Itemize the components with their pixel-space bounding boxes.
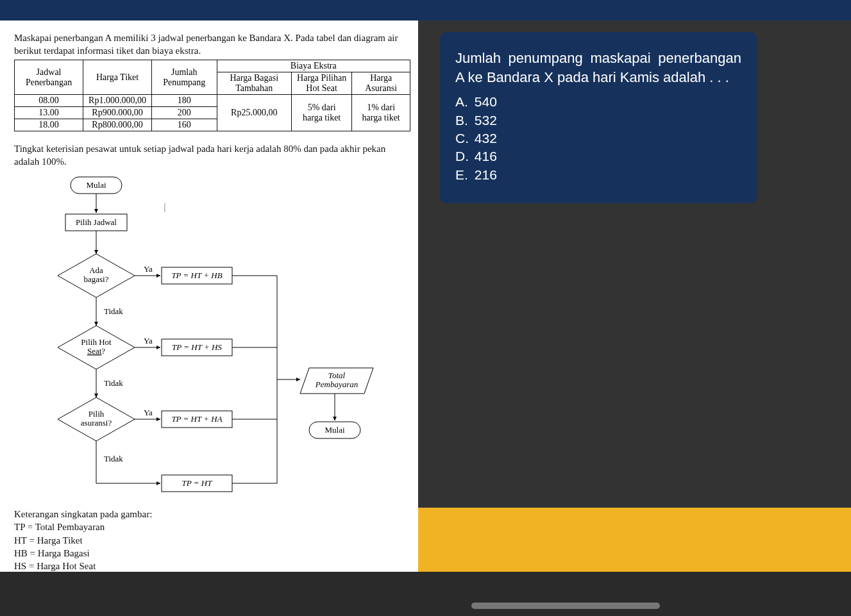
cell-jumlah-0: 180 — [151, 95, 217, 107]
fc-seat-q: Seat? — [87, 346, 105, 356]
th-harga: Harga Tiket — [83, 60, 152, 95]
fc-ya-2: Ya — [144, 336, 153, 345]
th-biaya-ekstra: Biaya Ekstra — [217, 60, 410, 72]
fc-ada: Ada — [89, 265, 103, 275]
keterangan-line-1: HT = Harga Tiket — [14, 534, 407, 547]
cell-jadwal-1: 13.00 — [15, 107, 83, 119]
keterangan-line-3: HS = Harga Hot Seat — [14, 560, 407, 572]
fc-tp-ht: TP = HT — [182, 478, 213, 488]
fc-tidak-1: Tidak — [104, 306, 123, 316]
yellow-band — [418, 508, 851, 572]
option-c[interactable]: C. 432 — [455, 129, 741, 147]
fc-mulai-2: Mulai — [324, 425, 344, 435]
flowchart: Mulai Pilih Jadwal Ada bagasi? Ya TP = H… — [14, 172, 405, 505]
cell-jumlah-1: 200 — [151, 107, 217, 119]
th-bagasi: Harga Bagasi Tambahan — [217, 72, 291, 95]
fc-total-1: Total — [328, 370, 346, 380]
option-a[interactable]: A. 540 — [455, 93, 741, 111]
cell-harga-2: Rp800.000,00 — [83, 119, 152, 131]
fc-asuransi-q: asuransi? — [81, 418, 112, 428]
fc-tp-ha: TP = HT + HA — [171, 414, 222, 424]
occupancy-text: Tingkat keterisian pesawat untuk setiap … — [14, 143, 407, 168]
stage: Maskapai penerbangan A memiliki 3 jadwal… — [0, 21, 851, 616]
keterangan-title: Keterangan singkatan pada gambar: — [14, 508, 407, 520]
fare-table: Jadwal Penerbangan Harga Tiket Jumlah Pe… — [14, 60, 410, 131]
keterangan-line-2: HB = Harga Bagasi — [14, 547, 407, 560]
fc-ya-1: Ya — [144, 264, 153, 274]
fc-pilih-jadwal: Pilih Jadwal — [76, 217, 117, 227]
fc-tp-hs: TP = HT + HS — [172, 342, 222, 352]
option-b[interactable]: B. 532 — [455, 112, 741, 129]
bottom-strip — [0, 572, 851, 616]
fc-ya-3: Ya — [144, 408, 153, 417]
fc-total-2: Pembayaran — [315, 379, 358, 389]
option-d[interactable]: D. 416 — [455, 147, 741, 165]
top-bar — [0, 0, 851, 21]
fc-tidak-2: Tidak — [104, 378, 123, 388]
fc-pilih: Pilih — [88, 409, 105, 419]
fc-mulai: Mulai — [86, 180, 106, 190]
cell-jadwal-0: 08.00 — [15, 95, 83, 107]
th-jadwal: Jadwal Penerbangan — [15, 60, 83, 95]
th-jumlah: Jumlah Penumpang — [151, 60, 217, 95]
fc-pilih-hot: Pilih Hot — [81, 337, 112, 347]
keterangan-line-0: TP = Total Pembayaran — [14, 520, 407, 533]
cell-bagasi: Rp25.000,00 — [217, 95, 291, 131]
options-list: A. 540 B. 532 C. 432 D. 416 E. 216 — [455, 93, 741, 184]
horizontal-scrollbar[interactable] — [471, 603, 660, 609]
fc-bagasi-q: bagasi? — [84, 274, 109, 284]
question-text: Jumlah penumpang maskapai penerbangan A … — [455, 49, 741, 87]
intro-text: Maskapai penerbangan A memiliki 3 jadwal… — [14, 32, 407, 57]
th-hotseat: Harga Pilihan Hot Seat — [291, 72, 351, 95]
cell-hotseat: 5% dari harga tiket — [291, 95, 351, 131]
cell-jadwal-2: 18.00 — [15, 119, 83, 131]
cell-asuransi: 1% dari harga tiket — [352, 95, 410, 131]
cell-harga-1: Rp900.000,00 — [83, 107, 152, 119]
question-card: Jumlah penumpang maskapai penerbangan A … — [440, 32, 757, 203]
fc-tidak-3: Tidak — [104, 454, 123, 463]
cell-harga-0: Rp1.000.000,00 — [83, 95, 152, 107]
th-asuransi: Harga Asuransi — [352, 72, 410, 95]
document-panel: Maskapai penerbangan A memiliki 3 jadwal… — [0, 21, 418, 572]
cell-jumlah-2: 160 — [151, 119, 217, 131]
fc-tp-hb: TP = HT + HB — [171, 271, 222, 280]
option-e[interactable]: E. 216 — [455, 166, 741, 184]
